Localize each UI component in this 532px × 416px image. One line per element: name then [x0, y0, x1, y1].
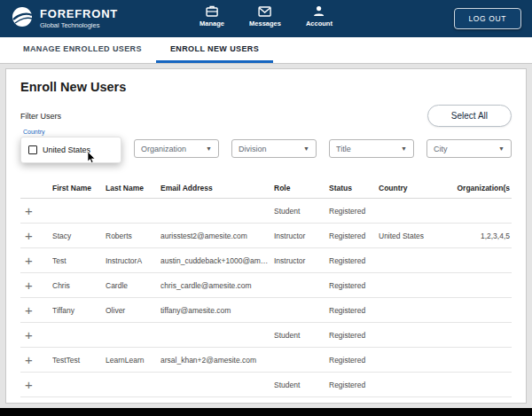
cell-role: Student [274, 381, 329, 389]
cell-first-name: Test [52, 256, 106, 265]
cell-last-name: InstructorA [106, 256, 160, 265]
col-first-name: First Name [52, 184, 106, 192]
cell-role: Instructor [274, 232, 329, 240]
cell-email-address: arsal_khan+2@amesite.com [160, 356, 274, 365]
nav-label-manage: Manage [200, 20, 224, 27]
cell-status: Registered [329, 356, 379, 365]
bottom-bar [0, 408, 532, 416]
chevron-down-icon: ▼ [498, 145, 505, 152]
globe-icon [11, 5, 34, 32]
cell-organizations: 1,2,3,4,5 [448, 232, 512, 240]
table-rows: + Student Registered + Stacy Roberts aur… [20, 199, 512, 397]
table-row: + Student Registered [20, 373, 512, 397]
nav-item-account[interactable]: Account [306, 4, 332, 27]
organization-dropdown[interactable]: Organization ▼ [134, 139, 219, 158]
add-user-plus-icon[interactable]: + [20, 303, 52, 317]
manage-icon [206, 4, 218, 18]
division-dropdown[interactable]: Division ▼ [231, 139, 317, 158]
filter-users-label: Filter Users [20, 112, 61, 121]
cell-role: Student [274, 331, 329, 340]
table-row: + Student Registered [20, 199, 512, 224]
content-card: Enroll New Users Filter Users Select All… [5, 68, 527, 404]
country-filter-label: Country [23, 129, 121, 135]
add-user-plus-icon[interactable]: + [20, 353, 52, 366]
cell-email-address: tiffany@amesite.com [160, 306, 274, 315]
cell-role: Instructor [274, 256, 329, 265]
cell-status: Registered [329, 207, 379, 216]
cell-status: Registered [329, 281, 379, 290]
col-email-address: Email Address [160, 184, 274, 192]
country-filter: Country United States [20, 129, 121, 163]
nav-label-messages: Messages [249, 20, 281, 27]
add-user-plus-icon[interactable]: + [20, 279, 52, 292]
country-dropdown-panel[interactable]: United States [20, 137, 121, 163]
col-last-name: Last Name [106, 184, 160, 192]
nav-item-manage[interactable]: Manage [200, 4, 224, 27]
chevron-down-icon: ▼ [206, 145, 212, 152]
cell-last-name: Cardle [106, 281, 160, 290]
brand-name: FOREFRONT [40, 8, 118, 20]
add-user-plus-icon[interactable]: + [20, 378, 52, 391]
col-status: Status [329, 184, 379, 192]
cell-status: Registered [329, 232, 379, 240]
cell-email-address: austin_cuddeback+1000@amesite... [160, 256, 274, 265]
main-nav: Manage Messages Account [200, 4, 332, 27]
add-user-plus-icon[interactable]: + [20, 254, 52, 267]
country-option-united-states[interactable]: United States [43, 145, 90, 154]
city-dropdown-label: City [434, 145, 448, 153]
add-user-plus-icon[interactable]: + [20, 328, 52, 341]
tab-bar: MANAGE ENROLLED USERS ENROLL NEW USERS [0, 37, 532, 64]
chevron-down-icon: ▼ [401, 145, 407, 152]
filter-header: Filter Users Select All [20, 105, 512, 127]
tab-enroll-new-users[interactable]: ENROLL NEW USERS [156, 37, 273, 63]
app-header: FOREFRONT Global Technologies Manage [0, 0, 532, 37]
tab-manage-enrolled-users[interactable]: MANAGE ENROLLED USERS [9, 37, 156, 63]
cell-last-name: LearnLearn [106, 356, 160, 365]
col-country: Country [379, 184, 448, 192]
cell-first-name: Tiffany [52, 306, 106, 315]
cell-status: Registered [329, 306, 379, 315]
table-row: + Stacy Roberts aurisstest2@amesite.com … [20, 224, 512, 248]
brand-logo: FOREFRONT Global Technologies [11, 5, 118, 32]
nav-label-account: Account [306, 20, 332, 27]
messages-icon [258, 4, 271, 18]
account-icon [313, 4, 325, 18]
table-row: + Chris Cardle chris_cardle@amesite.com … [20, 273, 512, 298]
cell-status: Registered [329, 381, 379, 389]
title-dropdown-label: Title [336, 145, 351, 153]
cell-last-name: Oliver [106, 306, 160, 315]
col-role: Role [274, 184, 329, 192]
users-table: First Name Last Name Email Address Role … [20, 177, 512, 397]
add-user-plus-icon[interactable]: + [20, 229, 52, 242]
cell-email-address: aurisstest2@amesite.com [160, 232, 274, 240]
table-row: + TestTest LearnLearn arsal_khan+2@amesi… [20, 348, 512, 373]
cell-first-name: Stacy [52, 232, 106, 240]
add-user-plus-icon[interactable]: + [20, 204, 52, 217]
united-states-checkbox[interactable] [28, 145, 37, 154]
division-dropdown-label: Division [239, 145, 267, 153]
table-row: + Student Registered [20, 323, 512, 348]
cell-role: Student [274, 207, 329, 216]
col-organizations: Organization(s [448, 184, 512, 192]
filter-row: Country United States Organization ▼ Div… [20, 129, 512, 163]
cell-first-name: Chris [52, 281, 106, 290]
brand-tagline: Global Technologies [40, 21, 118, 29]
mouse-cursor-icon [87, 152, 96, 168]
logout-button[interactable]: LOG OUT [454, 8, 521, 29]
cell-last-name: Roberts [106, 232, 160, 240]
cell-country: United States [379, 232, 448, 240]
city-dropdown[interactable]: City ▼ [426, 139, 512, 158]
chevron-down-icon: ▼ [303, 145, 309, 152]
cell-status: Registered [329, 256, 379, 265]
title-dropdown[interactable]: Title ▼ [329, 139, 414, 158]
cell-first-name: TestTest [52, 356, 106, 365]
organization-dropdown-label: Organization [141, 145, 186, 153]
table-row: + Test InstructorA austin_cuddeback+1000… [20, 248, 512, 273]
table-row: + Tiffany Oliver tiffany@amesite.com Reg… [20, 298, 512, 323]
page-title: Enroll New Users [20, 80, 512, 94]
table-header-row: First Name Last Name Email Address Role … [20, 177, 512, 199]
select-all-button[interactable]: Select All [427, 105, 512, 127]
app-screen: FOREFRONT Global Technologies Manage [0, 0, 532, 416]
cell-email-address: chris_cardle@amesite.com [160, 281, 274, 290]
nav-item-messages[interactable]: Messages [249, 4, 281, 27]
